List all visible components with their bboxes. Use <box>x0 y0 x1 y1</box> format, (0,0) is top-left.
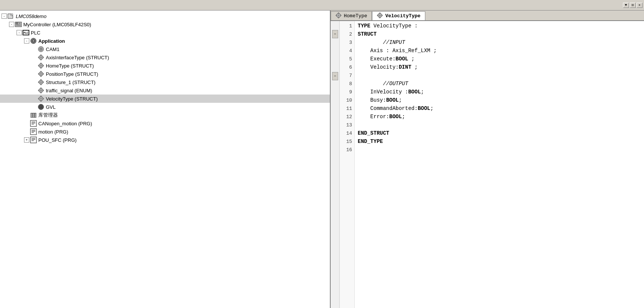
line-numbers: 12345678910111213141516 <box>340 21 355 308</box>
tab-velocitytype[interactable]: VelocityType <box>372 11 425 20</box>
tree-item-canopenmotion[interactable]: CANopen_motion (PRG) <box>0 119 330 128</box>
tree-item-structure1[interactable]: Structure_1 (STRUCT) <box>0 78 330 86</box>
tree-label-structure1: Structure_1 (STRUCT) <box>46 80 95 85</box>
svg-rect-39 <box>35 113 36 118</box>
tree-label-velocitytype: VelocityType (STRUCT) <box>46 96 98 102</box>
collapse-gutter: −− <box>331 21 340 308</box>
line-number-16: 16 <box>340 146 354 154</box>
tree-label-lmc058demo: LMC058demo <box>16 14 47 19</box>
tab-bar: HomeType VelocityType <box>331 11 644 21</box>
svg-rect-37 <box>31 113 33 118</box>
expand-btn-pousfc[interactable]: + <box>24 137 29 143</box>
plc-icon-plc: PLC <box>23 29 29 36</box>
expand-btn-application[interactable]: - <box>24 38 29 44</box>
svg-point-12 <box>33 40 34 41</box>
tree-label-application: Application <box>38 38 65 44</box>
tree-item-trafficsignal[interactable]: traffic_signal (ENUM) <box>0 86 330 95</box>
line-number-11: 11 <box>340 104 354 113</box>
struct-icon-structure1 <box>38 79 44 86</box>
library-icon-libmanager <box>30 112 37 119</box>
gvl-icon-gvl <box>38 104 44 110</box>
expand-btn-lmc058demo[interactable]: - <box>2 14 7 19</box>
tree-item-application[interactable]: - Application <box>0 37 330 45</box>
line-number-7: 7 <box>340 71 354 80</box>
struct-icon-hometype <box>38 62 44 69</box>
line-number-6: 6 <box>340 63 354 71</box>
tree-label-canopenmotion: CANopen_motion (PRG) <box>38 121 92 126</box>
close-button[interactable]: ✕ <box>636 3 642 8</box>
collapse-btn-line-2[interactable]: − <box>332 30 338 38</box>
tree-label-mycontroller: MyController (LMC058LF42S0) <box>23 22 91 27</box>
tree-item-motion[interactable]: motion (PRG) <box>0 128 330 136</box>
tree-item-gvl[interactable]: GVL <box>0 103 330 111</box>
code-line-12: Error:BOOL; <box>358 113 644 121</box>
code-content[interactable]: TYPE VelocityType :STRUCT //INPUT Axis :… <box>355 21 644 308</box>
tab-hometype[interactable]: HomeType <box>331 11 372 20</box>
tree-label-positiontype: PositionType (STRUCT) <box>46 71 98 77</box>
expand-btn-plc[interactable]: - <box>17 30 22 35</box>
code-line-7 <box>358 71 644 80</box>
code-line-3: //INPUT <box>358 38 644 47</box>
tree-label-axisinterface: AxisInterfaceType (STRUCT) <box>46 55 109 60</box>
code-line-1: TYPE VelocityType : <box>358 22 644 30</box>
application-icon-application <box>30 38 37 44</box>
tree-item-positiontype[interactable]: PositionType (STRUCT) <box>0 70 330 78</box>
tree-label-trafficsignal: traffic_signal (ENUM) <box>46 88 92 93</box>
prg-icon-motion <box>30 128 37 135</box>
tree-item-plc[interactable]: - PLC PLC <box>0 29 330 37</box>
collapse-btn-line-7[interactable]: − <box>332 72 338 80</box>
tab-label-hometype: HomeType <box>344 13 367 19</box>
cam-icon-cam1 <box>38 46 44 53</box>
tab-label-velocitytype: VelocityType <box>385 13 420 19</box>
tree-item-pousfc[interactable]: + POU_SFC (PRG) <box>0 136 330 144</box>
controller-icon-mycontroller <box>15 21 22 28</box>
line-number-8: 8 <box>340 80 354 88</box>
code-line-15: END_TYPE <box>358 137 644 146</box>
tree-item-hometype[interactable]: HomeType (STRUCT) <box>0 62 330 70</box>
main-layout: - LMC058demo- MyController (LMC058LF42S0… <box>0 11 644 308</box>
code-line-5: Execute:BOOL ; <box>358 55 644 63</box>
svg-point-7 <box>20 23 20 24</box>
folder-icon-lmc058demo <box>8 13 14 20</box>
line-number-9: 9 <box>340 88 354 96</box>
expand-btn-mycontroller[interactable]: - <box>9 22 14 27</box>
tree-item-cam1[interactable]: CAM1 <box>0 45 330 53</box>
code-line-13 <box>358 121 644 129</box>
tree-area[interactable]: - LMC058demo- MyController (LMC058LF42S0… <box>0 11 330 308</box>
line-number-10: 10 <box>340 96 354 104</box>
struct-icon-trafficsignal <box>38 87 44 94</box>
svg-rect-49 <box>30 137 36 143</box>
code-line-16 <box>358 146 644 154</box>
tree-label-hometype: HomeType (STRUCT) <box>46 63 94 69</box>
svg-point-36 <box>41 107 42 108</box>
minimize-button[interactable]: ▼ <box>623 3 629 8</box>
code-line-8: //OUTPUT <box>358 80 644 88</box>
tree-label-pousfc: POU_SFC (PRG) <box>38 137 77 143</box>
tree-item-axisinterface[interactable]: AxisInterfaceType (STRUCT) <box>0 53 330 62</box>
code-line-14: END_STRUCT <box>358 129 644 137</box>
prg-icon-canopenmotion <box>30 120 37 127</box>
line-number-14: 14 <box>340 129 354 137</box>
struct-icon-axisinterface <box>38 54 44 61</box>
code-line-10: Busy:BOOL; <box>358 96 644 104</box>
left-panel: - LMC058demo- MyController (LMC058LF42S0… <box>0 11 331 308</box>
title-bar: ▼ ⊟ ✕ <box>0 0 644 11</box>
code-line-11: CommandAborted:BOOL; <box>358 104 644 113</box>
line-number-1: 1 <box>340 22 354 30</box>
tree-item-libmanager[interactable]: 库管理器 <box>0 111 330 119</box>
tree-item-velocitytype[interactable]: VelocityType (STRUCT) <box>0 95 330 103</box>
tab-icon-hometype <box>336 12 342 20</box>
svg-rect-45 <box>30 129 36 135</box>
tree-label-gvl: GVL <box>46 104 56 110</box>
tree-label-motion: motion (PRG) <box>38 129 68 135</box>
struct-icon-positiontype <box>38 71 44 77</box>
pin-button[interactable]: ⊟ <box>630 3 636 8</box>
tree-item-mycontroller[interactable]: - MyController (LMC058LF42S0) <box>0 20 330 29</box>
line-number-12: 12 <box>340 113 354 121</box>
line-number-5: 5 <box>340 55 354 63</box>
tree-item-lmc058demo[interactable]: - LMC058demo <box>0 12 330 20</box>
code-line-9: InVelocity :BOOL; <box>358 88 644 96</box>
tab-icon-velocitytype <box>377 12 383 20</box>
svg-rect-41 <box>30 120 36 126</box>
svg-rect-4 <box>16 23 18 24</box>
